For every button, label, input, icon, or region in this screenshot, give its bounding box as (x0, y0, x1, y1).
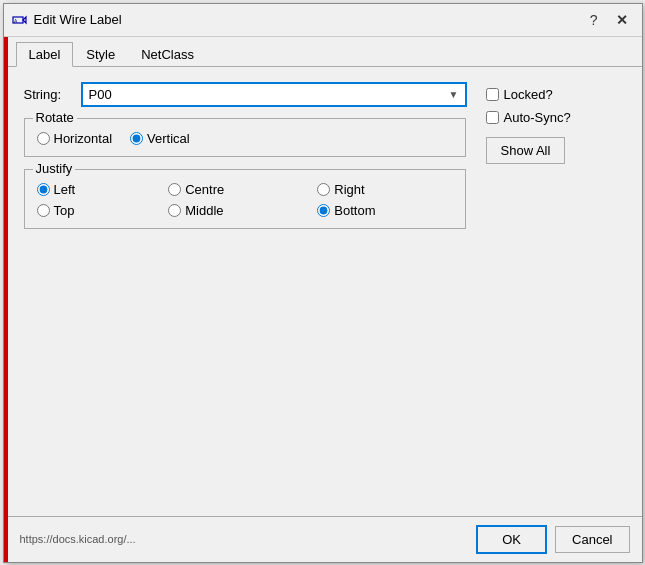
locked-checkbox[interactable] (486, 88, 499, 101)
cancel-button[interactable]: Cancel (555, 526, 629, 553)
left-panel: String: ▼ Rotate Horizontal (24, 83, 466, 500)
justify-centre-item[interactable]: Centre (168, 182, 301, 197)
dialog-icon: A (12, 12, 28, 28)
string-label: String: (24, 87, 74, 102)
ok-button[interactable]: OK (476, 525, 547, 554)
justify-right-label: Right (334, 182, 364, 197)
justify-left-radio[interactable] (37, 183, 50, 196)
tab-style[interactable]: Style (73, 42, 128, 67)
string-field-row: String: ▼ (24, 83, 466, 106)
string-input[interactable] (82, 83, 466, 106)
tab-netclass[interactable]: NetClass (128, 42, 207, 67)
rotate-radio-row: Horizontal Vertical (37, 131, 453, 146)
dialog-title: Edit Wire Label (34, 12, 578, 27)
rotate-vertical-label: Vertical (147, 131, 190, 146)
justify-top-label: Top (54, 203, 75, 218)
autosync-label: Auto-Sync? (504, 110, 571, 125)
justify-centre-radio[interactable] (168, 183, 181, 196)
justify-middle-radio[interactable] (168, 204, 181, 217)
justify-left-label: Left (54, 182, 76, 197)
label-tab-content: String: ▼ Rotate Horizontal (8, 67, 642, 516)
autosync-checkbox-item[interactable]: Auto-Sync? (486, 110, 626, 125)
help-url: https://docs.kicad.org/... (20, 533, 469, 545)
rotate-vertical-radio[interactable] (130, 132, 143, 145)
bottom-bar: https://docs.kicad.org/... OK Cancel (8, 516, 642, 562)
dropdown-arrow-icon[interactable]: ▼ (444, 83, 464, 106)
justify-top-radio[interactable] (37, 204, 50, 217)
show-all-button[interactable]: Show All (486, 137, 566, 164)
rotate-horizontal-label: Horizontal (54, 131, 113, 146)
justify-middle-item[interactable]: Middle (168, 203, 301, 218)
justify-grid: Left Centre Right Top (37, 182, 453, 218)
help-button[interactable]: ? (584, 10, 604, 30)
justify-bottom-radio[interactable] (317, 204, 330, 217)
rotate-horizontal-radio[interactable] (37, 132, 50, 145)
string-input-wrapper: ▼ (82, 83, 466, 106)
justify-group-label: Justify (33, 161, 76, 176)
justify-bottom-item[interactable]: Bottom (317, 203, 452, 218)
rotate-vertical-item[interactable]: Vertical (130, 131, 190, 146)
justify-right-item[interactable]: Right (317, 182, 452, 197)
justify-top-item[interactable]: Top (37, 203, 153, 218)
edit-wire-label-dialog: A Edit Wire Label ? ✕ Label Style NetCla… (3, 3, 643, 563)
tab-bar: Label Style NetClass (8, 37, 642, 67)
justify-bottom-label: Bottom (334, 203, 375, 218)
title-bar: A Edit Wire Label ? ✕ (4, 4, 642, 37)
rotate-horizontal-item[interactable]: Horizontal (37, 131, 113, 146)
right-panel: Locked? Auto-Sync? Show All (486, 83, 626, 500)
justify-right-radio[interactable] (317, 183, 330, 196)
autosync-checkbox[interactable] (486, 111, 499, 124)
justify-centre-label: Centre (185, 182, 224, 197)
justify-group: Justify Left Centre Righ (24, 169, 466, 229)
tab-label[interactable]: Label (16, 42, 74, 67)
locked-checkbox-item[interactable]: Locked? (486, 87, 626, 102)
justify-middle-label: Middle (185, 203, 223, 218)
dialog-inner: Label Style NetClass String: ▼ Rotate (4, 37, 642, 562)
rotate-group-label: Rotate (33, 110, 77, 125)
locked-label: Locked? (504, 87, 553, 102)
rotate-group: Rotate Horizontal Vertical (24, 118, 466, 157)
close-button[interactable]: ✕ (610, 10, 634, 30)
justify-left-item[interactable]: Left (37, 182, 153, 197)
wire-label-icon: A (12, 12, 28, 28)
